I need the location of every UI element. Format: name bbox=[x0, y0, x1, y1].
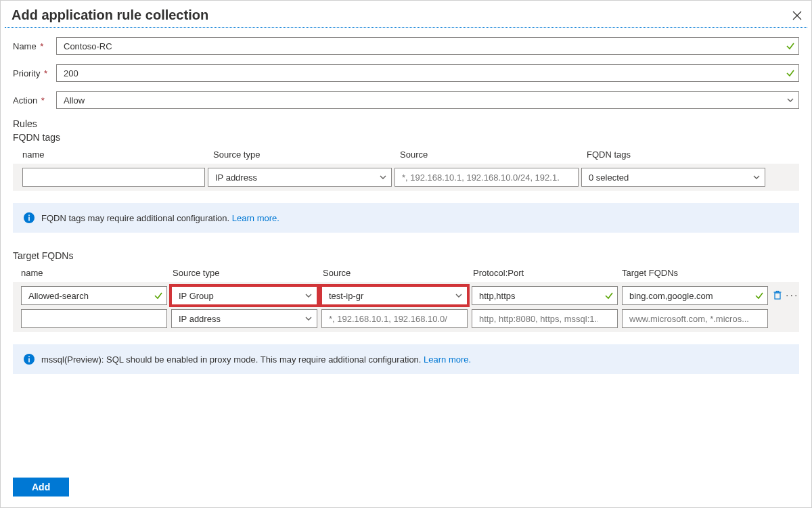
tcol-source-type: Source type bbox=[173, 268, 323, 278]
info-icon bbox=[24, 354, 35, 365]
fqdn-tags-row: IP address 0 selected bbox=[13, 164, 799, 191]
target-fqdns-input[interactable] bbox=[622, 309, 768, 328]
svg-rect-12 bbox=[28, 356, 30, 358]
action-label: Action * bbox=[13, 95, 56, 106]
tcol-targets: Target FQDNs bbox=[622, 268, 772, 278]
svg-rect-4 bbox=[28, 215, 30, 216]
priority-label: Priority * bbox=[13, 68, 56, 78]
name-input[interactable] bbox=[56, 37, 799, 55]
panel-title: Add application rule collection bbox=[12, 7, 208, 23]
target-fqdns-input[interactable] bbox=[622, 286, 768, 305]
tcol-protocol: Protocol:Port bbox=[473, 268, 622, 278]
tags-source-type-select[interactable]: IP address bbox=[208, 168, 392, 187]
col-source: Source bbox=[400, 149, 587, 160]
fqdn-tags-header: name Source type Source FQDN tags bbox=[13, 149, 799, 160]
priority-input[interactable] bbox=[56, 64, 799, 82]
target-source-type-select[interactable]: IP address bbox=[171, 309, 317, 328]
target-name-input[interactable] bbox=[21, 286, 167, 305]
tcol-source: Source bbox=[323, 268, 473, 278]
tags-fqdn-select[interactable]: 0 selected bbox=[581, 168, 765, 187]
close-icon[interactable] bbox=[792, 11, 802, 20]
svg-rect-3 bbox=[28, 217, 30, 221]
tags-name-input[interactable] bbox=[22, 168, 205, 187]
tcol-name: name bbox=[21, 268, 173, 278]
target-row: IP address bbox=[21, 309, 791, 328]
info-text: mssql(Preview): SQL should be enabled in… bbox=[41, 354, 424, 365]
more-icon[interactable]: ··· bbox=[786, 290, 798, 302]
target-source-input[interactable] bbox=[321, 309, 468, 328]
col-name: name bbox=[22, 149, 213, 160]
target-protocol-input[interactable] bbox=[472, 286, 618, 305]
rules-label: Rules bbox=[13, 118, 799, 129]
svg-rect-5 bbox=[775, 293, 780, 299]
trash-icon[interactable] bbox=[772, 290, 783, 302]
target-source-type-select[interactable]: IP Group bbox=[171, 286, 317, 305]
fqdn-tags-title: FQDN tags bbox=[13, 132, 799, 143]
col-fqdn-tags: FQDN tags bbox=[587, 149, 773, 160]
learn-more-link[interactable]: Learn more. bbox=[232, 213, 279, 223]
tags-source-input[interactable] bbox=[394, 168, 579, 187]
info-icon bbox=[24, 212, 35, 223]
target-fqdns-info: mssql(Preview): SQL should be enabled in… bbox=[13, 344, 799, 374]
col-source-type: Source type bbox=[213, 149, 400, 160]
info-text: FQDN tags may require additional configu… bbox=[41, 213, 232, 223]
svg-rect-11 bbox=[28, 359, 30, 363]
target-name-input[interactable] bbox=[21, 309, 167, 328]
add-button[interactable]: Add bbox=[13, 478, 69, 497]
target-source-select[interactable]: test-ip-gr bbox=[321, 286, 468, 305]
name-label: Name * bbox=[13, 41, 56, 51]
target-protocol-input[interactable] bbox=[472, 309, 618, 328]
target-row: IP Group test-ip-gr bbox=[21, 286, 791, 305]
target-fqdns-header: name Source type Source Protocol:Port Ta… bbox=[13, 268, 799, 278]
target-fqdns-title: Target FQDNs bbox=[13, 250, 799, 261]
learn-more-link[interactable]: Learn more. bbox=[424, 354, 471, 365]
action-select[interactable]: Allow bbox=[56, 91, 799, 109]
fqdn-tags-info: FQDN tags may require additional configu… bbox=[13, 203, 799, 233]
